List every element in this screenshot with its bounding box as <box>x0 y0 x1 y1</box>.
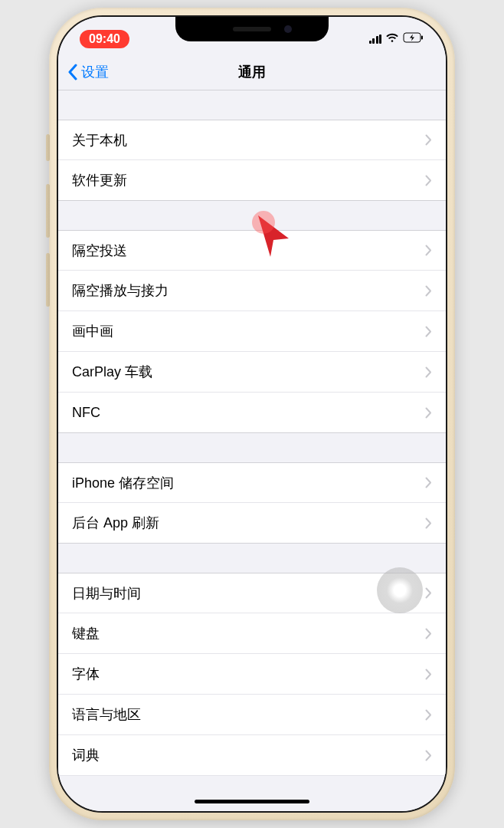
list-item-nfc[interactable]: NFC <box>58 393 446 433</box>
chevron-right-icon <box>425 245 432 256</box>
speaker <box>233 27 271 31</box>
home-indicator[interactable] <box>195 800 309 803</box>
chevron-right-icon <box>425 709 432 721</box>
item-label: 语言与地区 <box>72 705 425 724</box>
item-label: CarPlay 车载 <box>72 363 425 381</box>
item-label: 键盘 <box>72 624 425 642</box>
list-item-fonts[interactable]: 字体 <box>58 654 446 695</box>
chevron-right-icon <box>425 587 432 599</box>
chevron-right-icon <box>425 669 432 680</box>
list-item-keyboard[interactable]: 键盘 <box>58 613 446 654</box>
phone-screen: 09:40 设置 通用 关于本机 <box>57 15 447 813</box>
volume-down-button <box>46 253 50 307</box>
list-item-picture-in-picture[interactable]: 画中画 <box>58 311 446 352</box>
list-item-about[interactable]: 关于本机 <box>58 120 446 160</box>
chevron-right-icon <box>425 326 432 337</box>
chevron-right-icon <box>425 134 432 146</box>
battery-charging-icon <box>403 32 424 46</box>
section-gap <box>58 433 446 462</box>
touch-indicator <box>252 211 275 234</box>
item-label: NFC <box>72 405 425 421</box>
status-indicators <box>369 32 425 46</box>
chevron-right-icon <box>425 628 432 639</box>
status-time-recording[interactable]: 09:40 <box>80 30 129 48</box>
list-item-dictionary[interactable]: 词典 <box>58 735 446 776</box>
tutorial-cursor <box>252 211 294 264</box>
item-label: 隔空投送 <box>72 242 425 260</box>
chevron-right-icon <box>425 407 432 419</box>
item-label: 软件更新 <box>72 171 425 189</box>
item-label: 后台 App 刷新 <box>72 514 425 532</box>
list-item-software-update[interactable]: 软件更新 <box>58 160 446 201</box>
list-item-language-region[interactable]: 语言与地区 <box>58 695 446 735</box>
svg-rect-1 <box>421 36 423 40</box>
settings-content[interactable]: 关于本机 软件更新 隔空投送 隔空播放与接力 画中画 CarPlay 车 <box>58 90 446 811</box>
wifi-icon <box>385 32 399 46</box>
item-label: 隔空播放与接力 <box>72 281 425 300</box>
phone-frame: 09:40 设置 通用 关于本机 <box>49 8 455 820</box>
chevron-right-icon <box>425 366 432 378</box>
chevron-right-icon <box>425 750 432 761</box>
back-button[interactable]: 设置 <box>67 63 109 81</box>
list-item-airplay-handoff[interactable]: 隔空播放与接力 <box>58 271 446 311</box>
nav-bar: 设置 通用 <box>58 54 446 90</box>
front-camera <box>284 25 292 33</box>
back-label: 设置 <box>81 63 109 81</box>
item-label: 关于本机 <box>72 131 425 150</box>
chevron-left-icon <box>67 64 78 80</box>
volume-up-button <box>46 184 50 238</box>
item-label: 日期与时间 <box>72 584 425 603</box>
cellular-signal-icon <box>369 34 382 44</box>
chevron-right-icon <box>425 518 432 529</box>
section-gap <box>58 544 446 573</box>
item-label: 画中画 <box>72 322 425 340</box>
list-item-background-app-refresh[interactable]: 后台 App 刷新 <box>58 503 446 544</box>
item-label: 字体 <box>72 665 425 683</box>
assistive-touch-button[interactable] <box>377 567 423 613</box>
page-title: 通用 <box>58 63 446 81</box>
mute-switch <box>46 134 50 161</box>
item-label: iPhone 储存空间 <box>72 474 425 492</box>
chevron-right-icon <box>425 477 432 488</box>
list-item-iphone-storage[interactable]: iPhone 储存空间 <box>58 462 446 503</box>
chevron-right-icon <box>425 285 432 297</box>
list-item-carplay[interactable]: CarPlay 车载 <box>58 352 446 393</box>
section-gap <box>58 90 446 120</box>
item-label: 词典 <box>72 746 425 764</box>
chevron-right-icon <box>425 175 432 186</box>
notch <box>175 17 329 41</box>
